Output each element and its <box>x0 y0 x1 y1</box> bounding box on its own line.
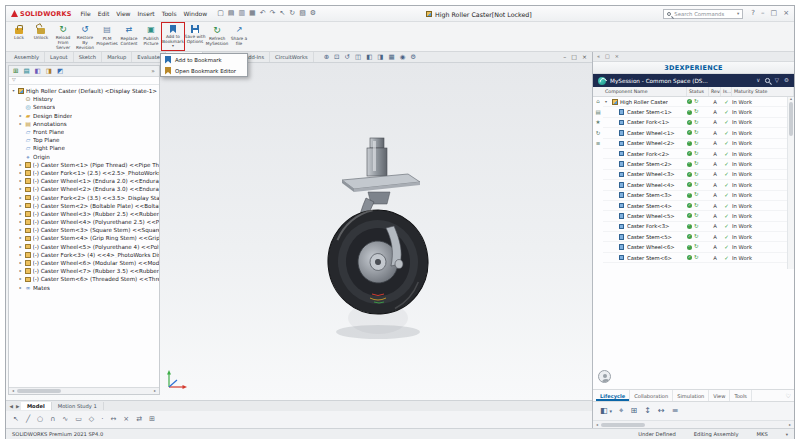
undock-panel-icon[interactable]: □ <box>605 54 610 59</box>
filter-icon[interactable]: ▽ <box>775 78 779 84</box>
feature-tree-item[interactable]: ▸ (-) Caster Stem<3> (Square Stem) <<Squ… <box>11 226 159 234</box>
doc-minimize-icon[interactable]: – <box>563 54 566 60</box>
spline-icon[interactable]: ∿ <box>62 416 68 423</box>
scroll-left-icon[interactable]: ◂ <box>594 423 600 427</box>
feature-tree-item[interactable]: ▸ Design Binder <box>11 112 159 120</box>
expander-icon[interactable]: ▸ <box>18 269 23 273</box>
display-style-icon[interactable]: ◧ <box>600 407 608 415</box>
expander-icon[interactable]: ▸ <box>18 212 23 216</box>
component-row[interactable]: Caster Stem<6> A In Work <box>603 253 794 263</box>
menu-add-to-bookmark[interactable]: Add to Bookmark <box>161 54 247 65</box>
options-list-icon[interactable]: ≡ <box>672 407 679 415</box>
displaymanager-tab-icon[interactable]: ◩ <box>57 68 63 75</box>
column-rev[interactable]: Rev... <box>709 87 721 96</box>
minimize-icon[interactable]: – <box>761 10 765 17</box>
feature-tree-item[interactable]: Right Plane <box>11 144 159 152</box>
pattern-icon[interactable]: ⊞ <box>149 416 155 423</box>
feature-tree-item[interactable]: ▸ (-) Caster Wheel<1> (Endura 2.0) <<End… <box>11 177 159 185</box>
feature-tree-item[interactable]: ▸ (-) Caster Fork<3> (4) <<4>_PhotoWorks… <box>11 251 159 259</box>
print-icon[interactable]: ▦ <box>249 10 256 17</box>
chevron-down-icon[interactable]: ▾ <box>610 409 613 414</box>
refresh-mysession-button[interactable]: Refresh MySession <box>206 23 228 50</box>
dimension-icon[interactable]: ↔ <box>110 416 116 423</box>
replace-content-button[interactable]: Replace Content <box>118 23 140 50</box>
close-panel-icon[interactable]: × <box>615 54 619 59</box>
expander-icon[interactable]: ▸ <box>18 236 23 240</box>
share-a-file-button[interactable]: Share a file <box>228 23 250 50</box>
menu-item[interactable]: Window <box>184 10 208 17</box>
help-icon[interactable]: ? <box>751 10 755 17</box>
expander-icon[interactable]: ▸ <box>18 277 23 281</box>
options-icon[interactable]: ⚙ <box>310 10 316 17</box>
scene-icon[interactable]: ⚙ <box>410 54 416 61</box>
expander-icon[interactable]: ▸ <box>18 245 23 249</box>
expander-icon[interactable]: ▸ <box>18 228 23 232</box>
feature-tree-item[interactable]: ▸ (-) Caster Stem<6> (Threaded Stem) <<T… <box>11 275 159 283</box>
component-row[interactable]: Caster Wheel<3> A In Work <box>603 170 794 180</box>
feature-tree-item[interactable]: ▸ (-) Caster Wheel<2> (Endura 3.0) <<End… <box>11 185 159 193</box>
component-row[interactable]: Caster Wheel<6> A In Work <box>603 242 794 252</box>
menu-item[interactable]: Tools <box>162 10 177 17</box>
tree-horizontal-scrollbar[interactable]: ◂ ▸ <box>9 387 159 394</box>
tree-filter-row[interactable]: ▽ <box>9 77 159 85</box>
expander-icon[interactable]: ▸ <box>18 220 23 224</box>
feature-tree-item[interactable]: Front Plane <box>11 128 159 136</box>
component-row[interactable]: ▾ High Roller Caster A In Work <box>603 97 794 107</box>
commandmanager-tab[interactable]: Sketch <box>74 52 102 62</box>
hide-show-icon[interactable]: ▦ <box>388 54 394 61</box>
expander-icon[interactable]: ▸ <box>18 187 23 191</box>
previous-view-icon[interactable]: ↺ <box>345 54 350 61</box>
commandmanager-tab[interactable]: CircuitWorks <box>270 52 314 62</box>
component-row[interactable]: Caster Wheel<2> A In Work <box>603 139 794 149</box>
feature-tree-item[interactable]: ▸ (-) Caster Wheel<5> (Polyurethane 4) <… <box>11 243 159 251</box>
save-icon[interactable]: ▥ <box>238 10 245 17</box>
feature-tree-item[interactable]: ▸ (-) Caster Stem<1> (Pipe Thread) <<Pip… <box>11 161 159 169</box>
settings-icon[interactable]: ⚙ <box>784 78 789 84</box>
panel-tab[interactable]: View <box>709 390 730 401</box>
refresh-icon[interactable]: ↻ <box>596 131 601 137</box>
scroll-right-icon[interactable]: ▸ <box>152 389 158 393</box>
search-commands-box[interactable]: Search Commands ▾ <box>663 9 743 19</box>
plm-properties-button[interactable]: PLM Properties <box>96 23 118 50</box>
expander-icon[interactable]: ▸ <box>18 179 23 183</box>
chevron-down-icon[interactable]: ▾ <box>786 432 788 437</box>
column-status[interactable]: Status <box>687 87 709 96</box>
tree-view-icon[interactable]: ▤ <box>595 110 600 116</box>
display-style-icon[interactable]: ◨ <box>377 54 383 61</box>
component-row[interactable]: Caster Stem<1> A In Work <box>603 107 794 117</box>
feature-tree-item[interactable]: ▸ (-) Caster Fork<2> (3.5) <<3.5>_Displa… <box>11 193 159 201</box>
rebuild-icon[interactable]: ↻ <box>289 10 295 17</box>
compass-icon[interactable] <box>598 77 606 85</box>
close-icon[interactable]: × <box>783 10 789 17</box>
doc-close-icon[interactable]: × <box>582 54 587 60</box>
feature-tree-root[interactable]: ▾ High Roller Caster (Default) <Display … <box>11 87 159 95</box>
component-row[interactable]: Caster Fork<1> A In Work <box>603 118 794 128</box>
caster-3d-model[interactable] <box>320 136 440 347</box>
expand-tabs-icon[interactable]: » <box>151 68 155 74</box>
commandmanager-tab[interactable]: Markup <box>102 52 132 62</box>
panel-tab[interactable]: Tools <box>730 390 752 401</box>
unlock-button[interactable]: Unlock <box>30 23 52 50</box>
layers-icon[interactable]: ≡ <box>596 141 601 147</box>
search-icon[interactable] <box>765 78 770 83</box>
chevron-down-icon[interactable]: ▾ <box>737 11 739 16</box>
expander-icon[interactable]: ▸ <box>18 286 23 290</box>
expander-icon[interactable]: ▸ <box>18 163 23 167</box>
fit-width-icon[interactable]: ↔ <box>658 407 665 415</box>
file-properties-icon[interactable]: ▧ <box>299 10 306 17</box>
zoom-area-icon[interactable]: ⊡ <box>334 54 339 61</box>
favorites-icon[interactable]: ★ <box>596 120 601 126</box>
feature-tree-item[interactable]: Top Plane <box>11 136 159 144</box>
polygon-icon[interactable]: ◇ <box>89 416 94 423</box>
section-view-icon[interactable]: ◫ <box>355 54 361 61</box>
panel-tab[interactable]: Simulation <box>673 390 709 401</box>
feature-tree-item[interactable]: ▸ (-) Caster Wheel<4> (Polyurethane 2.5)… <box>11 218 159 226</box>
expander-icon[interactable]: ▸ <box>18 114 23 118</box>
view-orientation-icon[interactable]: ◧ <box>366 54 372 61</box>
scroll-left-icon[interactable]: ◂ <box>10 389 16 393</box>
configurationmanager-tab-icon[interactable]: ◧ <box>35 68 41 75</box>
expander-icon[interactable]: ▾ <box>603 99 609 104</box>
column-is[interactable]: Is... <box>721 87 732 96</box>
featuremanager-tab-icon[interactable]: ⊞ <box>13 68 18 75</box>
commandmanager-tab[interactable]: Layout <box>45 52 74 62</box>
